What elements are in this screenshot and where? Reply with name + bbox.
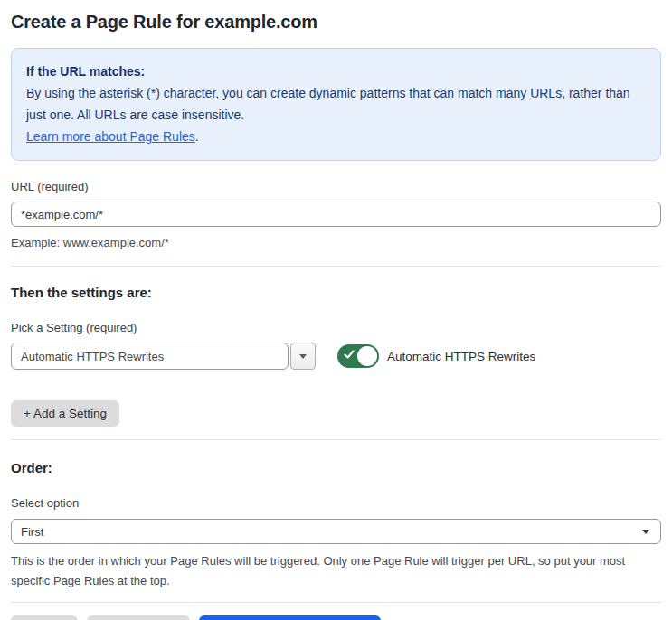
save-as-draft-button[interactable]: Save as Draft [87, 615, 190, 620]
cancel-button[interactable]: Cancel [11, 615, 78, 620]
toggle-knob [357, 346, 377, 366]
settings-section-heading: Then the settings are: [11, 285, 661, 300]
info-box-heading: If the URL matches: [26, 61, 646, 82]
setting-picker-label: Pick a Setting (required) [11, 321, 661, 335]
setting-select-value: Automatic HTTPS Rewrites [21, 350, 164, 363]
create-page-rule-form: Create a Page Rule for example.com If th… [0, 0, 672, 620]
setting-toggle[interactable] [337, 344, 379, 368]
order-helper-text: This is the order in which your Page Rul… [11, 551, 661, 591]
add-setting-button[interactable]: + Add a Setting [11, 400, 119, 427]
info-box-body: By using the asterisk (*) character, you… [26, 82, 646, 126]
url-input[interactable] [11, 202, 661, 227]
setting-select[interactable]: Automatic HTTPS Rewrites [11, 343, 289, 370]
chevron-down-icon [299, 354, 307, 359]
chevron-down-icon [642, 530, 649, 534]
setting-row: Automatic HTTPS Rewrites Automatic HTTPS… [11, 343, 661, 370]
form-footer: Cancel Save as Draft Save and Deploy Pag… [11, 615, 661, 620]
toggle-setting-label: Automatic HTTPS Rewrites [387, 350, 535, 363]
url-example-helper: Example: www.example.com/* [11, 233, 661, 253]
page-title: Create a Page Rule for example.com [11, 12, 661, 33]
check-icon [344, 349, 355, 360]
order-select-label: Select option [11, 496, 661, 511]
save-and-deploy-button[interactable]: Save and Deploy Page Rule [199, 615, 382, 620]
divider [11, 602, 661, 603]
setting-select-arrow-button[interactable] [290, 343, 316, 370]
divider [11, 266, 661, 267]
learn-more-link[interactable]: Learn more about Page Rules [26, 129, 195, 144]
order-select[interactable]: First [11, 519, 661, 544]
url-match-info-box: If the URL matches: By using the asteris… [11, 48, 661, 161]
info-box-link-line: Learn more about Page Rules. [26, 126, 646, 147]
divider [11, 439, 661, 440]
link-suffix: . [195, 129, 199, 144]
url-field-label: URL (required) [11, 180, 661, 194]
order-section-heading: Order: [11, 460, 661, 475]
order-select-value: First [21, 525, 43, 539]
